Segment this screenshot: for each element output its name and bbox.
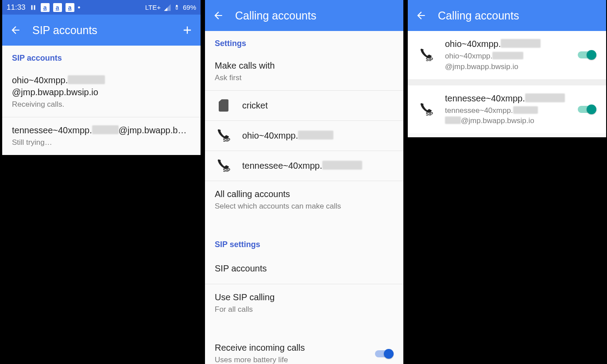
page-title: SIP accounts <box>32 24 97 37</box>
more-notifications-dot: • <box>78 3 81 12</box>
make-calls-with-item[interactable]: Make calls with Ask first <box>205 53 403 90</box>
account-title: tennessee~40xmpp. <box>445 93 568 105</box>
notification-icon: a <box>53 3 62 12</box>
sip-accounts-item[interactable]: SIP accounts <box>205 254 403 284</box>
app-bar: Calling accounts <box>205 0 403 31</box>
account-status: Receiving calls. <box>12 99 191 110</box>
section-header-sip-accounts: SIP accounts <box>2 46 201 67</box>
account-status: Still trying… <box>12 137 191 148</box>
notification-icon: a <box>41 3 50 12</box>
item-title: SIP accounts <box>215 263 394 275</box>
sip-phone-icon <box>420 48 433 62</box>
account-subtitle: tennessee~40xmpp.@jmp.bwapp.bwsip.io <box>445 105 568 127</box>
sip-account-option[interactable]: tennessee~40xmpp. <box>205 151 403 181</box>
page-title: Calling accounts <box>235 9 316 22</box>
receive-calls-toggle[interactable] <box>375 349 394 359</box>
notification-icon: a <box>66 3 74 12</box>
battery-percent: 69% <box>183 4 196 11</box>
app-bar: Calling accounts <box>408 0 606 31</box>
item-title: All calling accounts <box>215 188 394 200</box>
carrier-name: cricket <box>242 100 394 112</box>
sip-phone-icon <box>420 103 433 116</box>
network-label: LTE+ <box>145 4 161 11</box>
sip-account-item[interactable]: tennessee~40xmpp.@jmp.bwapp.b… Still try… <box>2 117 201 155</box>
item-title: Receive incoming calls <box>215 342 365 354</box>
item-subtitle: For all calls <box>215 304 394 315</box>
back-button[interactable] <box>212 9 224 22</box>
add-account-button[interactable] <box>181 24 193 36</box>
account-subtitle: ohio~40xmpp.@jmp.bwapp.bwsip.io <box>445 51 568 72</box>
plus-icon <box>181 24 193 36</box>
item-title: Use SIP calling <box>215 291 394 303</box>
item-subtitle: Select which accounts can make calls <box>215 201 394 212</box>
screenshot-calling-accounts-settings: Calling accounts Settings Make calls wit… <box>205 0 403 358</box>
section-header-sip-settings: SIP settings <box>205 232 403 254</box>
back-button[interactable] <box>9 24 22 36</box>
carrier-account-item[interactable]: cricket <box>205 90 403 120</box>
sip-phone-icon <box>217 159 230 172</box>
signal-icon <box>163 4 171 12</box>
account-title: ohio~40xmpp. <box>445 38 568 50</box>
arrow-back-icon <box>213 10 224 21</box>
sip-account-item[interactable]: ohio~40xmpp.@jmp.bwapp.bwsip.io Receivin… <box>2 67 201 117</box>
calling-account-row[interactable]: ohio~40xmpp. ohio~40xmpp.@jmp.bwapp.bwsi… <box>408 31 606 79</box>
app-bar: SIP accounts <box>2 15 201 46</box>
account-enable-toggle[interactable] <box>578 50 596 60</box>
status-time: 11:33 <box>7 3 26 12</box>
section-header-settings: Settings <box>205 31 403 53</box>
screenshot-calling-accounts-toggles: Calling accounts ohio~40xmpp. ohio~40xmp… <box>408 0 606 137</box>
receive-incoming-calls-item[interactable]: Receive incoming calls Uses more battery… <box>205 335 403 364</box>
screenshot-sip-accounts: 11:33 a a a • LTE+ 69% SIP accounts SIP … <box>2 0 201 150</box>
sip-phone-icon <box>217 129 230 142</box>
use-sip-calling-item[interactable]: Use SIP calling For all calls <box>205 284 403 322</box>
calling-account-row[interactable]: tennessee~40xmpp. tennessee~40xmpp.@jmp.… <box>408 85 606 134</box>
pause-icon <box>29 4 37 12</box>
all-calling-accounts-item[interactable]: All calling accounts Select which accoun… <box>205 181 403 219</box>
arrow-back-icon <box>10 24 21 36</box>
sim-card-icon <box>219 99 228 112</box>
sip-account-option[interactable]: ohio~40xmpp. <box>205 120 403 151</box>
account-address: tennessee~40xmpp.@jmp.bwapp.b… <box>12 124 191 136</box>
arrow-back-icon <box>415 10 427 21</box>
account-enable-toggle[interactable] <box>578 104 596 115</box>
back-button[interactable] <box>415 9 427 22</box>
item-title: Make calls with <box>215 60 394 72</box>
status-bar: 11:33 a a a • LTE+ 69% <box>2 0 201 15</box>
battery-icon <box>174 3 180 12</box>
account-name: tennessee~40xmpp. <box>242 160 394 172</box>
item-subtitle: Uses more battery life <box>215 355 365 364</box>
page-title: Calling accounts <box>438 9 519 22</box>
account-address: ohio~40xmpp.@jmp.bwapp.bwsip.io <box>12 74 191 98</box>
item-subtitle: Ask first <box>215 73 394 83</box>
account-name: ohio~40xmpp. <box>242 130 394 142</box>
